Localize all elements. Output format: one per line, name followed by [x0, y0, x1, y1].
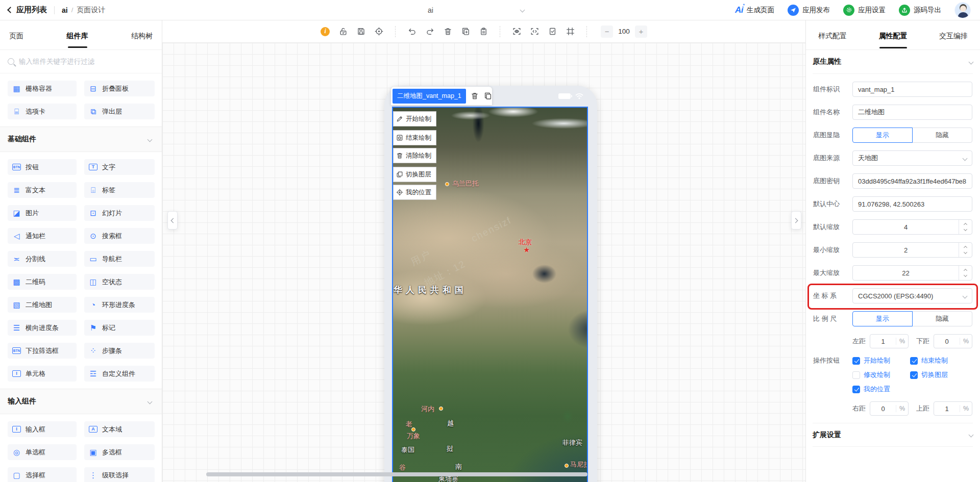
component-item[interactable]: ⊟折叠面板: [84, 81, 155, 96]
component-item[interactable]: ⁘步骤条: [84, 343, 155, 359]
code-scan-icon[interactable]: [530, 27, 539, 36]
basemap-show-option[interactable]: 显示: [852, 128, 913, 143]
back-to-app-list-button[interactable]: 应用列表: [8, 5, 47, 15]
checkbox-draw-end[interactable]: 结束绘制: [910, 356, 972, 365]
component-search-input[interactable]: [19, 58, 154, 65]
scalebar-show-option[interactable]: 显示: [852, 311, 913, 326]
component-name-input[interactable]: 二维地图: [852, 105, 972, 120]
component-item[interactable]: I单元格: [8, 366, 77, 382]
min-zoom-stepper[interactable]: 2: [852, 242, 972, 258]
checkbox-draw-start[interactable]: 开始绘制: [852, 356, 910, 365]
zoom-out-button[interactable]: −: [601, 26, 613, 38]
canvas-body[interactable]: chensizf 用户 地址：12 开始绘制 结束绘制 清除绘制: [162, 43, 805, 482]
component-item[interactable]: ≍分割线: [8, 251, 77, 267]
section-extended-settings[interactable]: 扩展设置: [813, 423, 973, 447]
tab-pages[interactable]: 页面: [7, 22, 26, 48]
component-item[interactable]: ☲自定义组件: [84, 366, 155, 382]
component-item[interactable]: ▣多选框: [84, 444, 155, 460]
tab-interaction[interactable]: 交互编排: [938, 22, 969, 48]
component-item[interactable]: ⌺标签: [84, 182, 155, 198]
component-item[interactable]: ⧉弹出层: [84, 104, 155, 119]
component-item[interactable]: ⊙搜索框: [84, 228, 155, 244]
copy-component-icon[interactable]: [483, 91, 492, 100]
component-id-input[interactable]: vant_map_1: [852, 82, 972, 97]
component-item[interactable]: ▭导航栏: [84, 251, 155, 267]
selected-component-label[interactable]: 二维地图_vant_map_1: [393, 89, 466, 104]
app-settings-button[interactable]: 应用设置: [843, 5, 886, 16]
horizontal-scrollbar[interactable]: [206, 472, 587, 476]
save-icon[interactable]: [356, 27, 365, 36]
step-up-icon[interactable]: [964, 223, 967, 226]
tab-style-config[interactable]: 样式配置: [817, 22, 848, 48]
default-center-input[interactable]: 91.076298, 42.500263: [852, 196, 972, 212]
generate-page-button[interactable]: Ai 生成页面: [735, 5, 774, 15]
component-item[interactable]: BTN下拉筛选框: [8, 343, 77, 359]
target-icon[interactable]: [374, 27, 383, 36]
offset-left-input[interactable]: 1 %: [870, 334, 909, 348]
offset-top-input[interactable]: 1 %: [934, 401, 972, 416]
redo-icon[interactable]: [425, 27, 434, 36]
breadcrumb-app[interactable]: ai: [62, 6, 68, 14]
checkbox-draw-modify[interactable]: 修改绘制: [852, 370, 910, 379]
frame-bounds-icon[interactable]: [566, 27, 575, 36]
basemap-key-input[interactable]: 03dd8495c94ffa92a3f1ffe4ed647be8: [852, 173, 972, 189]
component-item[interactable]: T文字: [84, 159, 155, 175]
source-export-button[interactable]: 源码导出: [899, 5, 941, 16]
component-item[interactable]: ◪图片: [8, 205, 77, 221]
unlock-icon[interactable]: [338, 27, 348, 36]
step-down-icon[interactable]: [964, 227, 967, 231]
preview-scan-icon[interactable]: [512, 27, 521, 36]
step-down-icon[interactable]: [964, 273, 967, 277]
component-item[interactable]: BTN按钮: [8, 159, 77, 175]
map-draw-clear-button[interactable]: 清除绘制: [393, 148, 436, 163]
component-item[interactable]: ⌸选项卡: [8, 104, 77, 119]
page-selector-dropdown[interactable]: ai: [351, 0, 527, 20]
tab-property-config[interactable]: 属性配置: [878, 22, 909, 48]
component-item[interactable]: ◁通知栏: [8, 228, 77, 244]
map-my-location-button[interactable]: 我的位置: [393, 185, 436, 200]
scalebar-hide-option[interactable]: 隐藏: [912, 311, 972, 326]
basemap-source-select[interactable]: 天地图: [852, 150, 972, 166]
tab-component-library[interactable]: 组件库: [65, 22, 90, 48]
zoom-in-button[interactable]: +: [635, 26, 647, 38]
max-zoom-stepper[interactable]: 22: [852, 265, 972, 281]
undo-icon[interactable]: [407, 27, 416, 36]
component-item[interactable]: ⚑标记: [84, 320, 155, 336]
section-native-properties[interactable]: 原生属性: [813, 50, 973, 74]
copy-icon[interactable]: [461, 27, 470, 36]
step-up-icon[interactable]: [964, 269, 967, 272]
user-avatar[interactable]: [954, 2, 971, 18]
checkbox-my-location[interactable]: 我的位置: [852, 385, 910, 394]
tab-structure-tree[interactable]: 结构树: [129, 22, 155, 48]
map-draw-start-button[interactable]: 开始绘制: [393, 111, 436, 126]
map-draw-end-button[interactable]: 结束绘制: [393, 130, 436, 145]
offset-bottom-input[interactable]: 0 %: [934, 334, 972, 348]
default-zoom-stepper[interactable]: 4: [852, 219, 972, 235]
app-publish-button[interactable]: 应用发布: [788, 5, 830, 16]
expand-right-panel-button[interactable]: [791, 211, 801, 230]
info-icon[interactable]: i: [321, 27, 330, 36]
paste-icon[interactable]: [479, 27, 488, 36]
delete-component-icon[interactable]: [471, 91, 479, 100]
doc-check-icon[interactable]: [548, 27, 557, 36]
map-layer-switch-button[interactable]: 切换图层: [393, 167, 436, 182]
delete-icon[interactable]: [443, 27, 452, 36]
section-basic-components[interactable]: 基础组件: [0, 126, 162, 152]
component-item[interactable]: ▢选择框: [8, 467, 77, 482]
component-item[interactable]: ⋮级联选择: [84, 467, 155, 482]
component-item[interactable]: ◎单选框: [8, 444, 77, 460]
offset-right-input[interactable]: 0 %: [870, 401, 909, 416]
collapse-left-panel-button[interactable]: [167, 211, 178, 230]
component-item[interactable]: I输入框: [8, 421, 77, 437]
map-component[interactable]: chensizf 用户 地址：12 开始绘制 结束绘制 清除绘制: [392, 107, 588, 482]
component-item[interactable]: ⊡幻灯片: [84, 205, 155, 221]
component-item[interactable]: ▩二维码: [8, 274, 77, 290]
component-item[interactable]: A文本域: [84, 421, 155, 437]
component-item[interactable]: ◔环形进度条: [84, 297, 155, 313]
section-input-components[interactable]: 输入组件: [0, 389, 162, 414]
step-up-icon[interactable]: [964, 246, 967, 249]
component-item[interactable]: ◫空状态: [84, 274, 155, 290]
component-item[interactable]: ▦栅格容器: [8, 81, 77, 96]
coordinate-system-select[interactable]: CGCS2000 (EPSG:4490): [852, 288, 972, 303]
component-item[interactable]: ▧二维地图: [8, 297, 77, 313]
